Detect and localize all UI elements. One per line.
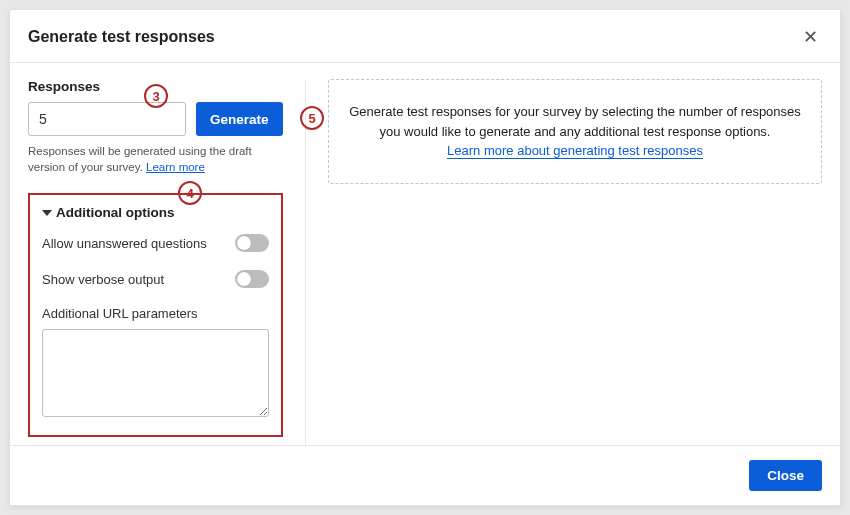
toggle-knob — [237, 272, 251, 286]
url-params-textarea[interactable] — [42, 329, 269, 417]
allow-unanswered-label: Allow unanswered questions — [42, 236, 207, 251]
modal-title: Generate test responses — [28, 28, 215, 46]
responses-input[interactable] — [28, 102, 186, 136]
allow-unanswered-toggle[interactable] — [235, 234, 269, 252]
info-text-line1: Generate test responses for your survey … — [349, 102, 801, 122]
close-icon[interactable]: ✕ — [799, 24, 822, 50]
step-marker-5: 5 — [300, 106, 324, 130]
chevron-down-icon — [42, 210, 52, 216]
info-text-line2: you would like to generate and any addit… — [349, 122, 801, 142]
responses-helper-text: Responses will be generated using the dr… — [28, 144, 283, 175]
toggle-knob — [237, 236, 251, 250]
step-marker-4: 4 — [178, 181, 202, 205]
learn-more-link[interactable]: Learn more — [146, 161, 205, 173]
learn-more-responses-link[interactable]: Learn more about generating test respons… — [447, 143, 703, 159]
step-marker-3: 3 — [144, 84, 168, 108]
right-column: Generate test responses for your survey … — [306, 79, 822, 445]
generate-test-responses-modal: Generate test responses ✕ Responses Gene… — [9, 9, 841, 506]
info-panel: Generate test responses for your survey … — [328, 79, 822, 184]
modal-header: Generate test responses ✕ — [10, 10, 840, 62]
url-params-label: Additional URL parameters — [42, 306, 269, 321]
verbose-output-row: Show verbose output — [42, 270, 269, 288]
allow-unanswered-row: Allow unanswered questions — [42, 234, 269, 252]
verbose-output-toggle[interactable] — [235, 270, 269, 288]
verbose-output-label: Show verbose output — [42, 272, 164, 287]
left-column: Responses Generate 3 5 Responses will be… — [28, 79, 306, 445]
close-button[interactable]: Close — [749, 460, 822, 491]
helper-text-content: Responses will be generated using the dr… — [28, 145, 252, 173]
additional-options-section: 4 Additional options Allow unanswered qu… — [28, 193, 283, 437]
responses-row: Generate 3 5 — [28, 102, 283, 136]
modal-body: Responses Generate 3 5 Responses will be… — [10, 63, 840, 445]
additional-options-label: Additional options — [56, 205, 174, 220]
generate-button[interactable]: Generate — [196, 102, 283, 136]
additional-options-toggle[interactable]: Additional options — [42, 205, 269, 220]
modal-footer: Close — [10, 445, 840, 505]
